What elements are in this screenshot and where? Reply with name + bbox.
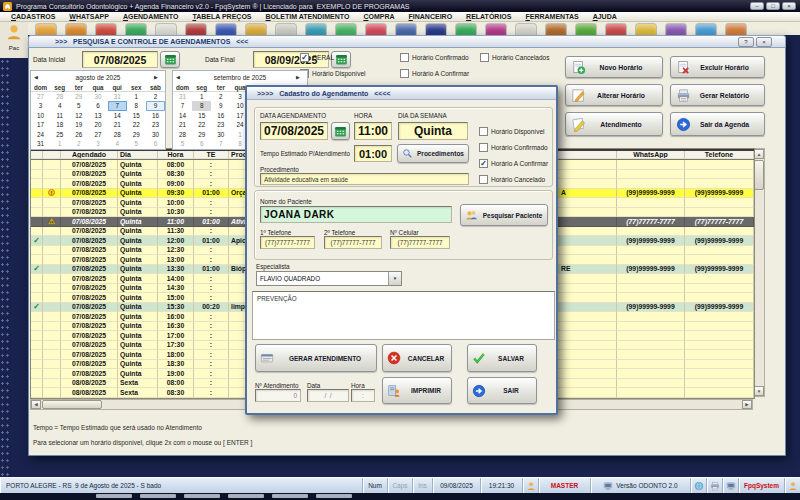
data-inicial-field[interactable]: 07/08/2025 — [82, 51, 158, 68]
taskbar-tab[interactable] — [228, 494, 264, 498]
calendar-day[interactable]: 23 — [211, 120, 230, 129]
calendar-next-icon[interactable]: ▶ — [154, 74, 162, 80]
button-gerar-relato-rio[interactable]: Gerar Relatório — [670, 84, 765, 106]
menu-relato-rios[interactable]: RELATÓRIOS — [459, 13, 518, 20]
menu-financeiro[interactable]: FINANCEIRO — [402, 13, 460, 20]
sair-button[interactable]: SAIR — [467, 377, 537, 404]
calendar-day[interactable]: 18 — [50, 120, 69, 129]
vscroll-thumb[interactable] — [754, 160, 764, 190]
calendar-day[interactable]: 17 — [31, 120, 50, 129]
calendar-day[interactable]: 27 — [88, 130, 107, 139]
modal-filter-hora-rio-a-confirmar[interactable]: ✓Horário A Confirmar — [479, 159, 548, 168]
scroll-up-icon[interactable]: ▲ — [754, 149, 764, 159]
hscroll-thumb[interactable] — [42, 400, 102, 409]
imprimir-button[interactable]: IMPRIMIR — [382, 377, 452, 404]
calendar-day[interactable]: 14 — [173, 111, 192, 120]
calendar-day[interactable]: 10 — [31, 111, 50, 120]
tel1-field[interactable]: (77)77777-7777 — [260, 236, 315, 249]
calendar-day[interactable]: 30 — [211, 130, 230, 139]
calendar-day[interactable]: 2 — [69, 139, 88, 148]
calendar-day[interactable]: 22 — [127, 120, 146, 129]
pesquisar-paciente-button[interactable]: Pesquisar Paciente — [460, 204, 548, 226]
calendar-day[interactable]: 6 — [192, 139, 211, 148]
calendar-day[interactable]: 3 — [31, 101, 50, 110]
calendar-day[interactable]: 7 — [173, 101, 192, 110]
procedimento-field[interactable]: Atividade educativa em saúde — [260, 173, 469, 185]
procedimentos-button[interactable]: Procedimentos — [397, 144, 469, 163]
calendar-day[interactable]: 24 — [31, 130, 50, 139]
menu-tabela-prec-os[interactable]: TABELA PREÇOS — [185, 13, 258, 20]
menu-whatsapp[interactable]: WHATSAPP — [62, 13, 116, 20]
cancelar-button[interactable]: CANCELAR — [382, 344, 452, 372]
taskbar-tab[interactable] — [184, 494, 220, 498]
calendar-day[interactable]: 13 — [88, 111, 107, 120]
gerar-atendimento-button[interactable]: GERAR ATENDIMENTO — [255, 344, 377, 372]
calendar-day[interactable]: 3 — [88, 139, 107, 148]
tempo-estimado-field[interactable]: 01:00 — [354, 145, 392, 162]
button-sair-da-agenda[interactable]: Sair da Agenda — [670, 112, 765, 136]
calendar-day[interactable]: 8 — [192, 101, 211, 110]
restore-button[interactable]: □ — [766, 2, 780, 10]
calendar-day[interactable]: 5 — [127, 139, 146, 148]
menu-boletim-atendimento[interactable]: BOLETIM ATENDIMENTO — [259, 13, 357, 20]
calendar-day[interactable]: 16 — [211, 111, 230, 120]
taskbar-tab[interactable] — [140, 494, 176, 498]
data-agendamento-field[interactable]: 07/08/2025 — [260, 122, 328, 140]
calendar-day[interactable]: 29 — [69, 92, 88, 101]
calendar-day[interactable]: 21 — [108, 120, 127, 129]
menu-ajuda[interactable]: AJUDA — [586, 13, 624, 20]
agenda-help-button[interactable]: ? — [738, 37, 754, 47]
menu-agendamento[interactable]: AGENDAMENTO — [116, 13, 186, 20]
especialista-dropdown[interactable]: FLAVIO QUADRADO ▼ — [256, 271, 402, 286]
calendar-day[interactable]: 1 — [192, 92, 211, 101]
calendar-day[interactable]: 15 — [127, 111, 146, 120]
calendar-day[interactable]: 4 — [108, 139, 127, 148]
calendar-prev-icon[interactable]: ◀ — [176, 74, 184, 80]
calendar-day[interactable]: 6 — [88, 101, 107, 110]
calendar-day[interactable]: 31 — [173, 92, 192, 101]
calendar-day[interactable]: 9 — [211, 101, 230, 110]
button-alterar-hora-rio[interactable]: Alterar Horário — [565, 84, 663, 106]
calendar-day[interactable]: 2 — [146, 92, 165, 101]
calendar-day[interactable]: 29 — [127, 130, 146, 139]
calendar-day[interactable]: 12 — [69, 111, 88, 120]
calendar-day[interactable]: 27 — [31, 92, 50, 101]
filter-hora-rio-a-confirmar[interactable]: Horário A Confirmar — [400, 69, 469, 78]
close-button[interactable]: × — [782, 2, 796, 10]
button-novo-hora-rio[interactable]: Novo Horário — [565, 56, 663, 78]
menu-compra[interactable]: COMPRA — [356, 13, 401, 20]
celular-field[interactable]: (77)77777-7777 — [390, 236, 450, 249]
scroll-left-icon[interactable]: ◀ — [31, 400, 41, 409]
prevencao-textarea[interactable]: PREVENÇÃO — [252, 291, 555, 340]
calendar-day[interactable]: 28 — [173, 130, 192, 139]
calendar-day[interactable]: 5 — [69, 101, 88, 110]
tel2-field[interactable]: (77)77777-7777 — [324, 236, 382, 249]
salvar-button[interactable]: SALVAR — [467, 344, 537, 372]
calendar-day[interactable]: 20 — [88, 120, 107, 129]
nome-paciente-field[interactable]: JOANA DARK — [260, 206, 452, 223]
status-printer-icon[interactable] — [706, 478, 722, 493]
menu-cadastros[interactable]: CADASTROS — [4, 13, 62, 20]
modal-filter-hora-rio-disponi-vel[interactable]: Horário Disponível — [479, 127, 544, 136]
calendar-day[interactable]: 7 — [211, 139, 230, 148]
taskbar-tab[interactable] — [316, 494, 352, 498]
calendar-day[interactable]: 30 — [146, 130, 165, 139]
filter-hora-rio-disponi-vel[interactable]: Horário Disponível — [300, 69, 365, 78]
calendar-day[interactable]: 15 — [192, 111, 211, 120]
scroll-right-icon[interactable]: ▶ — [742, 400, 752, 409]
calendar-day[interactable]: 7 — [108, 101, 127, 110]
calendar-day[interactable]: 8 — [127, 101, 146, 110]
taskbar-tab[interactable] — [272, 494, 308, 498]
agenda-close-button[interactable]: × — [756, 37, 772, 47]
data-inicial-calendar-button[interactable] — [160, 51, 180, 68]
calendar-day[interactable]: 31 — [108, 92, 127, 101]
calendar-day[interactable]: 16 — [146, 111, 165, 120]
calendar-day[interactable]: 29 — [192, 130, 211, 139]
hora-field[interactable]: 11:00 — [354, 122, 392, 140]
minimize-button[interactable]: – — [750, 2, 764, 10]
menu-ferramentas[interactable]: FERRAMENTAS — [518, 13, 585, 20]
calendar-day[interactable]: 11 — [50, 111, 69, 120]
filter-hora-rio-confirmado[interactable]: Horário Confirmado — [400, 53, 469, 62]
calendar-day[interactable]: 5 — [173, 139, 192, 148]
calendar-day[interactable]: 19 — [69, 120, 88, 129]
